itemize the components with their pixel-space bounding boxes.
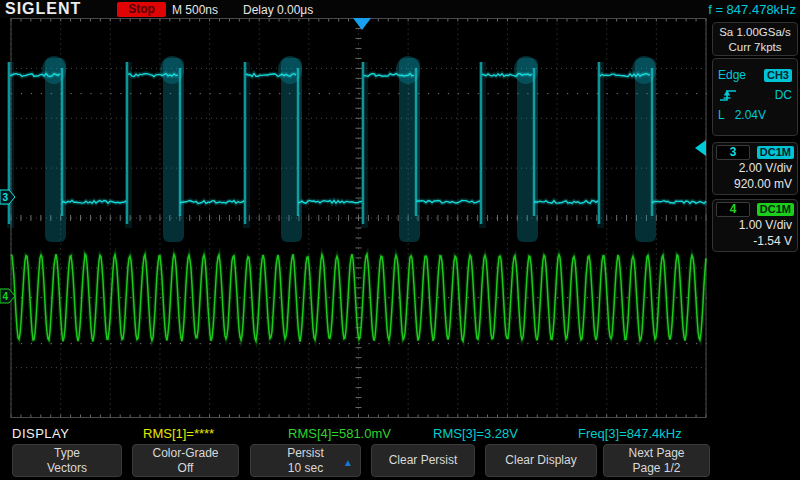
svg-text:4: 4 [3, 291, 9, 302]
measurement-rms4: RMS[4]=581.0mV [288, 426, 391, 441]
menu-button-next-page[interactable]: Next Page Page 1/2 [603, 444, 710, 477]
measurement-freq3: Freq[3]=847.4kHz [578, 426, 682, 441]
oscilloscope-screen: { "top_bar": { "logo": "SIGLENT", "run_s… [0, 0, 800, 480]
active-menu-label: DISPLAY [12, 426, 69, 441]
rising-edge-icon [718, 87, 740, 103]
menu-button-clear-display[interactable]: Clear Display [485, 444, 597, 477]
measurement-row: DISPLAY RMS[1]=**** RMS[4]=581.0mV RMS[3… [0, 424, 800, 442]
channel4-coupling-chip: DC1M [757, 203, 794, 216]
menu-button-color-grade[interactable]: Color-Grade Off [132, 444, 239, 477]
trigger-level-marker[interactable] [695, 140, 706, 156]
channel3-panel: 3 DC1M 2.00 V/div 920.00 mV [712, 142, 798, 195]
trigger-type: Edge [718, 68, 746, 82]
trigger-level-value: 2.04V [735, 108, 766, 122]
trigger-delay-readout: Delay 0.00μs [243, 3, 313, 17]
channel4-offset: -1.54 V [716, 233, 794, 249]
ch3-trace [0, 62, 706, 224]
menu-button-clear-persist-line1: Clear Persist [389, 453, 458, 468]
channel4-number-chip: 4 [716, 202, 750, 217]
waveform-svg: 34 [0, 18, 707, 418]
waveform-display: 34 [0, 18, 707, 418]
channel3-coupling-chip: DC1M [757, 146, 794, 159]
channel3-scale: 2.00 V/div [716, 160, 794, 176]
persist-up-arrow-icon[interactable]: ▲ [343, 456, 353, 471]
softkey-menu-bar: Type Vectors Color-Grade Off Persist 10 … [0, 442, 800, 480]
menu-button-persist-line2: 10 sec [288, 461, 323, 476]
ch3-persistence-ghost [7, 56, 656, 242]
menu-button-type-line1: Type [54, 446, 80, 461]
menu-button-next-page-line1: Next Page [628, 446, 684, 461]
menu-button-clear-persist[interactable]: Clear Persist [371, 444, 475, 477]
measurement-rms1: RMS[1]=**** [143, 426, 214, 441]
brand-logo: SIGLENT [5, 0, 81, 18]
timebase-readout: M 500ns [172, 3, 218, 17]
menu-button-type-line2: Vectors [47, 461, 87, 476]
top-status-bar: SIGLENT Stop M 500ns Delay 0.00μs f = 84… [0, 0, 800, 18]
menu-button-persist[interactable]: Persist 10 sec ▲ [250, 444, 361, 477]
trigger-panel: Edge CH3 DC L 2.04V [712, 58, 798, 136]
acquisition-panel: Sa 1.00GSa/s Curr 7kpts [712, 22, 798, 56]
menu-button-persist-line1: Persist [287, 446, 324, 461]
memory-depth: Curr 7kpts [713, 40, 797, 55]
menu-button-type[interactable]: Type Vectors [12, 444, 122, 477]
sample-rate: Sa 1.00GSa/s [713, 25, 797, 40]
channel3-number-chip: 3 [716, 145, 750, 160]
trigger-coupling: DC [775, 88, 792, 102]
measurement-rms3: RMS[3]=3.28V [433, 426, 518, 441]
frequency-counter: f = 847.478kHz [708, 2, 796, 17]
svg-text:3: 3 [3, 192, 9, 203]
trigger-level-label: L [718, 108, 725, 122]
acquisition-state-badge: Stop [117, 2, 166, 17]
channel4-scale: 1.00 V/div [716, 217, 794, 233]
menu-button-color-grade-line2: Off [178, 461, 194, 476]
menu-button-color-grade-line1: Color-Grade [152, 446, 218, 461]
menu-button-next-page-line2: Page 1/2 [632, 461, 680, 476]
menu-button-clear-display-line1: Clear Display [505, 453, 576, 468]
channel3-offset: 920.00 mV [716, 176, 794, 192]
channel4-panel: 4 DC1M 1.00 V/div -1.54 V [712, 199, 798, 252]
info-sidebar: Sa 1.00GSa/s Curr 7kpts Edge CH3 DC L 2.… [707, 18, 800, 480]
trigger-source-badge: CH3 [764, 69, 792, 82]
